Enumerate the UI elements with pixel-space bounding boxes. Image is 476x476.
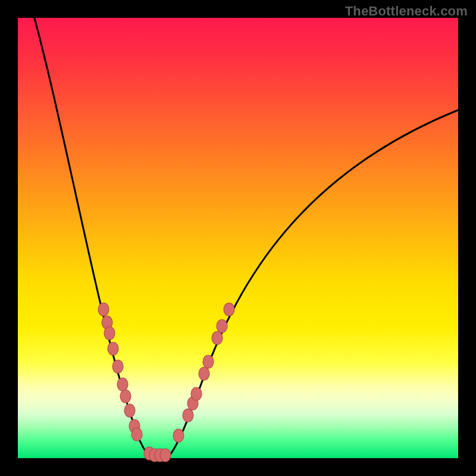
- watermark-text: TheBottleneck.com: [345, 4, 468, 19]
- data-marker: [131, 428, 142, 441]
- data-marker: [212, 331, 223, 345]
- data-marker: [199, 367, 209, 380]
- data-marker: [117, 378, 128, 391]
- bottleneck-curve: [33, 12, 458, 455]
- data-marker: [217, 320, 227, 333]
- data-marker: [124, 404, 135, 417]
- data-marker: [120, 390, 131, 403]
- data-marker: [160, 449, 171, 462]
- marker-group: [98, 303, 234, 462]
- data-marker: [224, 303, 234, 316]
- plot-area: [18, 18, 458, 458]
- curve-svg: [18, 18, 458, 458]
- data-marker: [98, 303, 109, 316]
- data-marker: [203, 355, 214, 368]
- data-marker: [108, 342, 118, 355]
- data-marker: [112, 360, 123, 373]
- data-marker: [191, 387, 202, 400]
- data-marker: [183, 409, 193, 422]
- data-marker: [104, 327, 115, 340]
- data-marker: [173, 429, 184, 442]
- chart-container: TheBottleneck.com: [0, 0, 476, 476]
